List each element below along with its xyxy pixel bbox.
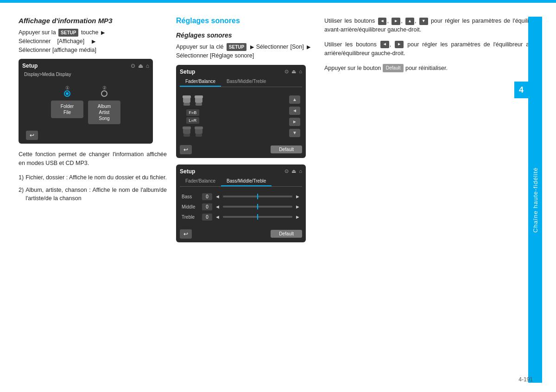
setup-option-1: ① FolderFile xyxy=(51,85,83,124)
btn-down-1: ▼ xyxy=(419,18,428,25)
treble-value: 0 xyxy=(202,214,212,221)
setup-tag-2: SETUP xyxy=(227,43,246,51)
middle-subsection-title: Réglages sonores xyxy=(176,32,310,39)
middle-bar xyxy=(223,204,292,209)
tab-fader-balance[interactable]: Fader/Balance xyxy=(180,77,221,87)
left-intro-text: Appuyer sur la SETUP touche ▶ Sélectionn… xyxy=(19,28,167,54)
setup-screen-header: Setup ⊙ ⏏ ⌂ xyxy=(22,63,149,69)
bmt-row-treble: Treble 0 ◄ ► xyxy=(182,214,300,221)
setup-back-area: ↩ xyxy=(22,131,149,140)
fader-back-button: ↩ xyxy=(180,145,192,154)
fader-label-lr: L=R xyxy=(186,117,200,124)
list-item-1: 1) Fichier, dossier : Affiche le nom du … xyxy=(19,173,167,182)
fader-label-fb: F=B xyxy=(186,109,200,116)
fader-seats-top xyxy=(182,95,204,107)
bmt-bottom: ↩ Default xyxy=(180,229,302,239)
right-text-1: Utiliser les boutons ◄, ►, ▲, ▼ pour rég… xyxy=(324,17,542,35)
chapter-box: 4 xyxy=(514,82,528,98)
fader-arrow-right[interactable]: ► xyxy=(289,118,300,126)
option2-radio xyxy=(101,90,107,97)
middle-arrow-left[interactable]: ◄ xyxy=(215,204,220,209)
treble-arrow-left[interactable]: ◄ xyxy=(215,214,220,220)
left-description: Cette fonction permet de changer l'infor… xyxy=(19,150,167,168)
left-column: Affichage d'information MP3 Appuyer sur … xyxy=(19,17,176,383)
option1-number: ① xyxy=(65,85,70,90)
main-content: Affichage d'information MP3 Appuyer sur … xyxy=(0,3,556,392)
svg-rect-5 xyxy=(195,95,203,98)
middle-intro-text: Appuyer sur la clé SETUP ▶ Sélectionner … xyxy=(176,43,310,60)
bass-bar xyxy=(223,194,292,199)
middle-column: Réglages sonores Réglages sonores Appuye… xyxy=(176,17,320,383)
setup-screen-title: Setup xyxy=(22,63,38,69)
fader-tabs: Fader/Balance Bass/Middle/Treble xyxy=(180,77,302,87)
default-button-inline: Default xyxy=(383,64,404,72)
right-column: Utiliser les boutons ◄, ►, ▲, ▼ pour rég… xyxy=(320,17,542,383)
middle-bar-track xyxy=(223,206,292,208)
right-text-2: Utiliser les boutons ◄, ► pour régler le… xyxy=(324,40,542,58)
numbered-list: 1) Fichier, dossier : Affiche le nom du … xyxy=(19,173,167,203)
bass-bar-track xyxy=(223,196,292,197)
bass-arrow-left[interactable]: ◄ xyxy=(215,194,220,199)
bmt-eject-icon: ⏏ xyxy=(291,168,296,174)
option2-number: ② xyxy=(102,85,107,90)
chapter-number: 4 xyxy=(519,85,524,95)
middle-bar-indicator xyxy=(257,204,258,209)
setup-option-2: ② AlbumArtistSong xyxy=(88,85,120,124)
seat-icon-rear-left xyxy=(182,126,192,139)
setup-screen-display: Setup ⊙ ⏏ ⌂ Display>Media Display ① Fold… xyxy=(19,59,153,144)
seat-icon-front-right xyxy=(194,95,204,107)
fader-seats-rear xyxy=(182,126,204,139)
fader-bottom: ↩ Default xyxy=(180,145,302,154)
bmt-home-icon: ⌂ xyxy=(299,168,302,174)
bmt-row-bass: Bass 0 ◄ ► xyxy=(182,193,300,200)
bass-bar-indicator xyxy=(257,194,258,199)
seat-icon-front-left xyxy=(182,95,192,107)
bmt-tab-fader-balance[interactable]: Fader/Balance xyxy=(180,177,221,186)
bmt-tab-bass-mid-treble[interactable]: Bass/Middle/Treble xyxy=(221,177,272,186)
middle-arrow-right[interactable]: ► xyxy=(295,204,300,209)
bmt-default-button[interactable]: Default xyxy=(271,230,302,238)
fader-arrow-left[interactable]: ◄ xyxy=(289,107,300,115)
setup-options: ① FolderFile ② AlbumArtistSong xyxy=(22,81,149,131)
side-tab-wrapper: Chaîne haute-fidélité xyxy=(528,17,542,383)
middle-value: 0 xyxy=(202,203,212,210)
page-number: 4-191 xyxy=(518,376,533,383)
bmt-tabs: Fader/Balance Bass/Middle/Treble xyxy=(180,177,302,187)
treble-arrow-right[interactable]: ► xyxy=(295,214,300,220)
fader-eject-icon: ⏏ xyxy=(291,69,296,75)
bmt-header-icons: ⊙ ⏏ ⌂ xyxy=(284,168,302,174)
fader-balance-screen: Setup ⊙ ⏏ ⌂ Fader/Balance Bass/Middle/Tr… xyxy=(176,65,306,158)
btn-right-2: ► xyxy=(395,41,404,48)
tab-bass-middle-treble[interactable]: Bass/Middle/Treble xyxy=(221,77,272,87)
bmt-rows: Bass 0 ◄ ► Middle 0 ◄ xyxy=(180,190,302,227)
svg-rect-2 xyxy=(183,95,191,98)
bass-value: 0 xyxy=(202,193,212,200)
option2-btn: AlbumArtistSong xyxy=(88,101,120,124)
btn-left-1: ◄ xyxy=(378,18,387,25)
btn-right-1: ► xyxy=(392,18,400,25)
setup-screen-subtitle: Display>Media Display xyxy=(22,72,149,77)
bmt-screen: Setup ⊙ ⏏ ⌂ Fader/Balance Bass/Middle/Tr… xyxy=(176,164,306,242)
middle-label: Middle xyxy=(182,204,199,209)
option1-btn: FolderFile xyxy=(51,101,83,118)
bmt-screen-title: Setup xyxy=(180,168,195,175)
fader-header: Setup ⊙ ⏏ ⌂ xyxy=(180,69,302,75)
fader-arrow-down[interactable]: ▼ xyxy=(289,129,300,137)
fader-arrows: ▲ ◄ ► ▼ xyxy=(289,95,300,137)
home-icon: ⌂ xyxy=(146,63,149,69)
list-item-2: 2) Album, artiste, chanson : Affiche le … xyxy=(19,186,167,203)
fader-arrow-up[interactable]: ▲ xyxy=(289,95,300,104)
item-1-num: 1) xyxy=(19,173,24,182)
svg-rect-1 xyxy=(183,103,190,106)
item-2-text: Album, artiste, chanson : Affiche le nom… xyxy=(25,186,167,203)
side-tab-text: Chaîne haute-fidélité xyxy=(532,167,539,233)
option1-radio xyxy=(64,90,70,97)
treble-bar-track xyxy=(223,216,292,218)
right-text-3: Appuyer sur le bouton Default pour réini… xyxy=(324,64,542,73)
fader-default-button[interactable]: Default xyxy=(271,145,302,153)
svg-rect-4 xyxy=(196,103,202,106)
bass-arrow-right[interactable]: ► xyxy=(295,194,300,199)
left-section-title: Affichage d'information MP3 xyxy=(19,17,167,25)
fader-labels-row: F=B L=R xyxy=(186,109,200,124)
fader-header-icons: ⊙ ⏏ ⌂ xyxy=(284,69,302,75)
